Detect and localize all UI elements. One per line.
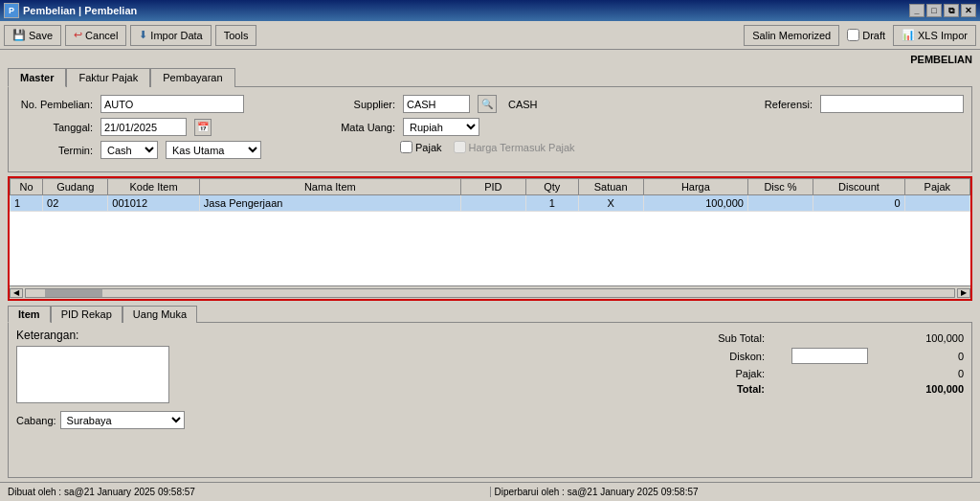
col-kode-item: Kode Item <box>108 179 200 195</box>
supplier-name-display: CASH <box>504 99 538 110</box>
window-controls: _ □ ⧉ ✕ <box>909 4 976 17</box>
cell-satuan: X <box>578 195 643 212</box>
diskon-value: 0 <box>887 351 964 362</box>
tanggal-row: Tanggal: 📅 <box>16 118 261 136</box>
table-scroll-area[interactable]: No Gudang Kode Item Nama Item PID Qty Sa… <box>10 178 970 285</box>
termin-label: Termin: <box>16 145 93 156</box>
minimize-button[interactable]: _ <box>909 4 924 17</box>
keterangan-label: Keterangan: <box>16 329 78 342</box>
cabang-select[interactable]: Surabaya <box>60 411 185 429</box>
restore-button[interactable]: ⧉ <box>944 4 959 17</box>
referensi-input[interactable] <box>820 95 964 113</box>
col-nama-item: Nama Item <box>199 179 460 195</box>
draft-checkbox[interactable] <box>847 29 859 41</box>
cell-nama-item: Jasa Pengerjaan <box>199 195 460 212</box>
no-pembelian-label: No. Pembelian: <box>16 99 93 110</box>
form-left: No. Pembelian: Tanggal: 📅 Termin: Cash <box>16 95 261 164</box>
pajak-summary-row: Pajak: 0 <box>696 368 964 379</box>
save-button[interactable]: 💾 Save <box>4 25 61 46</box>
calendar-button[interactable]: 📅 <box>194 119 212 136</box>
close-button[interactable]: ✕ <box>961 4 976 17</box>
tools-button[interactable]: Tools <box>215 25 257 46</box>
main-window: P Pembelian | Pembelian _ □ ⧉ ✕ 💾 Save ↩… <box>0 0 980 501</box>
form-right: Supplier: 🔍 CASH Mata Uang: Rupiah <box>319 95 575 164</box>
mata-uang-select[interactable]: Rupiah <box>403 118 479 136</box>
bottom-spacer <box>356 329 688 471</box>
dibuat-status: Dibuat oleh : sa@21 January 2025 09:58:5… <box>4 487 491 497</box>
col-pajak: Pajak <box>904 179 969 195</box>
cell-kode-item: 001012 <box>108 195 200 212</box>
save-icon: 💾 <box>12 29 26 41</box>
keterangan-input[interactable] <box>16 346 169 403</box>
window-title: Pembelian | Pembelian <box>23 5 137 16</box>
cell-discount: 0 <box>813 195 905 212</box>
xls-icon: 📊 <box>902 29 915 41</box>
supplier-search-button[interactable]: 🔍 <box>478 95 497 113</box>
supplier-row: Supplier: 🔍 CASH <box>319 95 575 113</box>
col-qty: Qty <box>525 179 578 195</box>
col-disc-pct: Disc % <box>747 179 813 195</box>
bottom-left: Keterangan: Cabang: Surabaya <box>16 329 348 471</box>
main-content: PEMBELIAN Master Faktur Pajak Pembayaran… <box>0 50 980 482</box>
cancel-icon: ↩ <box>74 29 82 41</box>
cell-no: 1 <box>11 195 43 212</box>
termin-select[interactable]: Cash <box>100 141 158 159</box>
items-table: No Gudang Kode Item Nama Item PID Qty Sa… <box>10 178 970 212</box>
import-icon: ⬇ <box>139 29 147 41</box>
table-header-row: No Gudang Kode Item Nama Item PID Qty Sa… <box>11 179 970 195</box>
maximize-button[interactable]: □ <box>926 4 942 17</box>
bottom-right: Sub Total: 100,000 Diskon: 0 Pajak: 0 To… <box>696 329 964 471</box>
total-label: Total: <box>696 383 772 395</box>
items-table-section: No Gudang Kode Item Nama Item PID Qty Sa… <box>8 176 972 301</box>
horizontal-scrollbar[interactable]: ◀ ▶ <box>10 285 970 299</box>
top-tab-bar: Master Faktur Pajak Pembayaran <box>8 67 972 86</box>
harga-termasuk-checkbox[interactable] <box>454 141 466 153</box>
pajak-checkbox[interactable] <box>400 141 412 153</box>
tab-pid-rekap[interactable]: PID Rekap <box>51 306 122 323</box>
keterangan-row: Keterangan: <box>16 329 348 342</box>
scroll-left-button[interactable]: ◀ <box>10 288 23 298</box>
referensi-row: Referensi: <box>736 95 964 113</box>
salin-memorized-button[interactable]: Salin Memorized <box>744 25 839 46</box>
diskon-label: Diskon: <box>696 351 772 362</box>
harga-termasuk-checkbox-label: Harga Termasuk Pajak <box>454 141 575 153</box>
cell-harga: 100,000 <box>643 195 747 212</box>
col-no: No <box>11 179 43 195</box>
tab-master[interactable]: Master <box>8 68 66 87</box>
diperbarui-status: Diperbarui oleh : sa@21 January 2025 09:… <box>491 487 977 497</box>
tab-uang-muka[interactable]: Uang Muka <box>122 306 197 323</box>
diskon-row: Diskon: 0 <box>696 348 964 364</box>
scroll-right-button[interactable]: ▶ <box>957 288 970 298</box>
form-far-right: Referensi: <box>736 95 964 164</box>
tab-faktur-pajak[interactable]: Faktur Pajak <box>66 68 150 87</box>
supplier-code-input[interactable] <box>403 95 470 113</box>
sub-total-row: Sub Total: 100,000 <box>696 332 964 344</box>
cell-qty: 1 <box>525 195 578 212</box>
tanggal-input[interactable] <box>100 118 187 136</box>
kas-select[interactable]: Kas Utama <box>166 141 261 159</box>
cabang-label: Cabang: <box>16 415 56 426</box>
mata-uang-row: Mata Uang: Rupiah <box>319 118 575 136</box>
supplier-label: Supplier: <box>319 99 395 110</box>
xls-impor-button[interactable]: 📊 XLS Impor <box>893 25 976 46</box>
termin-row: Termin: Cash Kas Utama <box>16 141 261 159</box>
tab-pembayaran[interactable]: Pembayaran <box>150 68 234 87</box>
referensi-label: Referensi: <box>736 99 813 110</box>
title-bar: P Pembelian | Pembelian _ □ ⧉ ✕ <box>0 0 980 21</box>
page-label: PEMBELIAN <box>8 54 972 65</box>
pajak-checkbox-label: Pajak <box>400 141 442 153</box>
diskon-input[interactable] <box>791 348 868 364</box>
tab-item[interactable]: Item <box>8 306 51 323</box>
form-panel: No. Pembelian: Tanggal: 📅 Termin: Cash <box>8 86 972 172</box>
cancel-button[interactable]: ↩ Cancel <box>65 25 126 46</box>
draft-checkbox-label: Draft <box>847 29 885 41</box>
import-data-button[interactable]: ⬇ Impor Data <box>130 25 211 46</box>
col-pid: PID <box>460 179 525 195</box>
total-value: 100,000 <box>887 383 964 395</box>
col-harga: Harga <box>643 179 747 195</box>
scrollbar-track[interactable] <box>25 288 955 298</box>
pajak-summary-value: 0 <box>887 368 964 379</box>
table-row[interactable]: 1 02 001012 Jasa Pengerjaan 1 X 100,000 … <box>11 195 970 212</box>
sub-total-label: Sub Total: <box>696 332 772 344</box>
no-pembelian-input[interactable] <box>100 95 244 113</box>
